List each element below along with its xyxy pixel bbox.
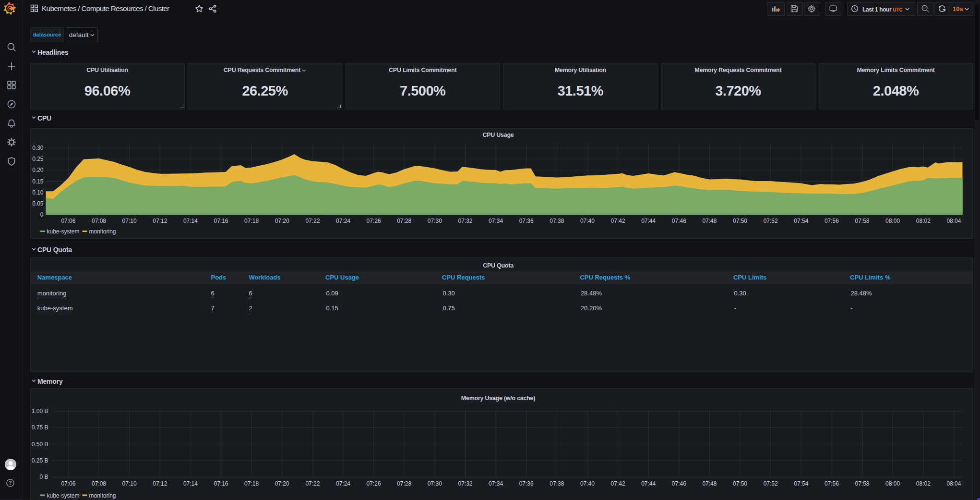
svg-text:07:34: 07:34	[489, 218, 503, 224]
svg-text:0.75 B: 0.75 B	[31, 424, 48, 431]
svg-text:07:14: 07:14	[183, 480, 197, 487]
svg-text:0.25: 0.25	[32, 156, 44, 162]
svg-text:07:42: 07:42	[610, 218, 625, 224]
svg-text:07:40: 07:40	[580, 480, 594, 487]
svg-text:08:04: 08:04	[946, 218, 961, 224]
svg-text:07:34: 07:34	[489, 480, 503, 487]
svg-text:07:10: 07:10	[122, 218, 136, 224]
svg-text:07:12: 07:12	[153, 218, 167, 224]
svg-text:08:02: 08:02	[916, 218, 930, 224]
svg-text:07:58: 07:58	[855, 480, 869, 487]
svg-text:07:44: 07:44	[641, 480, 656, 487]
svg-text:07:08: 07:08	[91, 480, 106, 487]
svg-text:07:38: 07:38	[550, 480, 564, 487]
svg-text:0.20: 0.20	[32, 167, 44, 173]
svg-text:0.10: 0.10	[32, 189, 44, 196]
svg-text:07:36: 07:36	[519, 480, 533, 487]
svg-text:07:50: 07:50	[732, 218, 747, 224]
svg-text:07:18: 07:18	[244, 218, 259, 224]
svg-text:07:32: 07:32	[458, 218, 472, 224]
svg-text:1.00 B: 1.00 B	[31, 408, 48, 415]
svg-text:08:02: 08:02	[916, 480, 930, 487]
svg-text:07:46: 07:46	[671, 218, 686, 224]
svg-text:kube-system: kube-system	[47, 492, 79, 499]
svg-text:0 B: 0 B	[39, 474, 48, 480]
svg-text:07:44: 07:44	[641, 218, 656, 224]
svg-text:07:06: 07:06	[61, 218, 75, 224]
svg-text:08:00: 08:00	[885, 480, 900, 487]
svg-text:07:54: 07:54	[794, 480, 808, 487]
svg-text:08:00: 08:00	[885, 218, 900, 224]
svg-text:07:22: 07:22	[305, 218, 320, 224]
svg-text:07:30: 07:30	[427, 218, 442, 224]
svg-text:07:40: 07:40	[580, 218, 594, 224]
svg-text:07:18: 07:18	[244, 480, 259, 487]
svg-text:07:26: 07:26	[366, 480, 381, 487]
svg-text:07:28: 07:28	[397, 480, 411, 487]
svg-text:07:10: 07:10	[122, 480, 136, 487]
svg-text:07:22: 07:22	[305, 480, 320, 487]
svg-text:07:38: 07:38	[550, 218, 564, 224]
svg-text:07:20: 07:20	[275, 218, 289, 224]
svg-text:07:30: 07:30	[427, 480, 442, 487]
svg-text:monitoring: monitoring	[89, 228, 116, 235]
svg-text:07:56: 07:56	[824, 218, 838, 224]
svg-text:0.25 B: 0.25 B	[31, 457, 48, 464]
svg-text:?: ?	[9, 480, 12, 486]
svg-text:07:48: 07:48	[702, 480, 717, 487]
svg-text:07:08: 07:08	[91, 218, 106, 224]
svg-text:07:16: 07:16	[214, 480, 228, 487]
svg-text:07:28: 07:28	[397, 218, 411, 224]
svg-text:monitoring: monitoring	[89, 492, 116, 499]
svg-text:07:20: 07:20	[275, 480, 289, 487]
svg-text:07:50: 07:50	[732, 480, 747, 487]
svg-text:0.15: 0.15	[32, 178, 44, 185]
svg-text:0.05: 0.05	[32, 200, 44, 207]
svg-text:07:06: 07:06	[61, 480, 75, 487]
svg-text:07:36: 07:36	[519, 218, 533, 224]
svg-text:07:16: 07:16	[214, 218, 228, 224]
svg-text:07:48: 07:48	[702, 218, 717, 224]
svg-text:07:14: 07:14	[183, 218, 197, 224]
svg-text:0.50 B: 0.50 B	[31, 440, 48, 447]
svg-text:07:42: 07:42	[610, 480, 625, 487]
svg-text:07:12: 07:12	[153, 480, 167, 487]
svg-text:07:52: 07:52	[763, 480, 777, 487]
svg-text:08:04: 08:04	[946, 480, 961, 487]
svg-text:07:54: 07:54	[794, 218, 808, 224]
svg-text:07:58: 07:58	[855, 218, 869, 224]
svg-text:07:52: 07:52	[763, 218, 777, 224]
svg-text:07:32: 07:32	[458, 480, 472, 487]
svg-text:0: 0	[40, 211, 43, 218]
svg-text:0.30: 0.30	[32, 145, 44, 151]
svg-text:07:24: 07:24	[335, 218, 350, 224]
svg-text:07:46: 07:46	[671, 480, 686, 487]
svg-text:kube-system: kube-system	[47, 228, 79, 235]
svg-text:07:56: 07:56	[824, 480, 838, 487]
svg-text:07:26: 07:26	[366, 218, 381, 224]
svg-text:07:24: 07:24	[335, 480, 350, 487]
